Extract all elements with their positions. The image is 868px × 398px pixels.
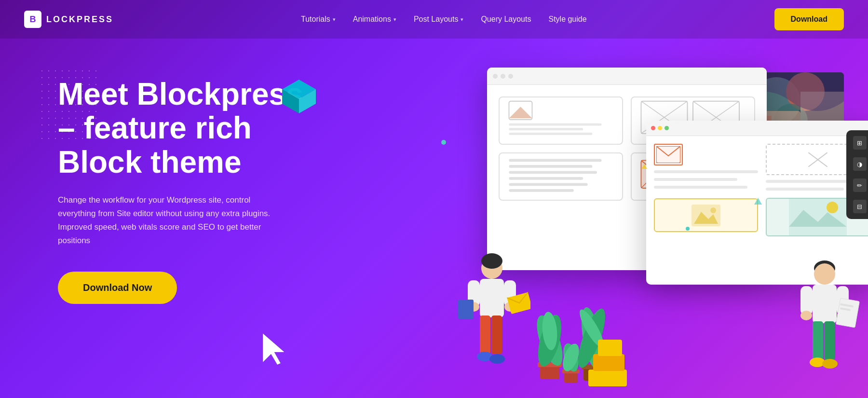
- svg-rect-28: [509, 189, 573, 192]
- panel-icon-3[interactable]: ✏: [853, 178, 867, 192]
- svg-rect-73: [593, 354, 624, 371]
- nav-item-post-layouts[interactable]: Post Layouts ▾: [414, 15, 464, 24]
- mock-card-1: [499, 96, 623, 145]
- panel-icon-1[interactable]: ⊞: [853, 136, 867, 150]
- svg-rect-78: [813, 321, 823, 360]
- nav-item-style-guide[interactable]: Style guide: [548, 15, 586, 24]
- browser-dot-yellow: [658, 126, 662, 130]
- svg-marker-3: [263, 333, 285, 365]
- chevron-down-icon: ▾: [461, 16, 463, 23]
- svg-rect-23: [509, 159, 601, 162]
- hero-title: Meet Blockpress – feature rich Block the…: [58, 77, 303, 179]
- panel-icon-2[interactable]: ◑: [853, 157, 867, 171]
- svg-rect-47: [480, 279, 504, 317]
- mock-card-3: [499, 152, 623, 201]
- browser-dot-3: [508, 74, 513, 79]
- hero-subtitle: Change the workflow for your Wordpress s…: [58, 193, 289, 247]
- svg-rect-26: [509, 177, 583, 180]
- svg-rect-57: [458, 300, 474, 319]
- floating-cube: [280, 77, 318, 116]
- browser-bar: [487, 68, 767, 85]
- browser-bar-2: [646, 121, 868, 136]
- svg-rect-48: [480, 316, 490, 354]
- browser-dot-1: [493, 74, 498, 79]
- svg-rect-16: [509, 133, 592, 135]
- text-line-1: [654, 170, 758, 173]
- accent-dot-teal: [441, 140, 446, 145]
- hero-illustration: ⊞ ◑ ✏ ⊟: [439, 43, 868, 391]
- image-placeholder: [654, 198, 758, 232]
- envelope-icon: [654, 144, 683, 165]
- chevron-down-icon: ▾: [393, 16, 396, 23]
- svg-rect-14: [509, 124, 601, 126]
- svg-marker-13: [509, 107, 532, 118]
- logo-icon: B: [24, 11, 41, 28]
- svg-rect-80: [800, 286, 813, 315]
- svg-rect-15: [509, 128, 583, 130]
- nav-item-query-layouts[interactable]: Query Layouts: [481, 15, 531, 24]
- svg-point-55: [489, 354, 505, 364]
- design-panel: ⊞ ◑ ✏ ⊟: [846, 130, 868, 219]
- logo[interactable]: B LOCKPRESS: [24, 11, 113, 28]
- hero-content: Meet Blockpress – feature rich Block the…: [58, 77, 303, 304]
- svg-rect-49: [491, 316, 502, 354]
- text-line-2: [654, 178, 737, 181]
- accent-triangle-1: [754, 198, 762, 205]
- nav-links: Tutorials ▾ Animations ▾ Post Layouts ▾ …: [301, 15, 587, 24]
- svg-rect-68: [564, 372, 578, 383]
- nav-item-tutorials[interactable]: Tutorials ▾: [301, 15, 336, 24]
- chevron-down-icon: ▾: [333, 16, 336, 23]
- cursor-icon: [260, 331, 289, 369]
- svg-rect-77: [813, 285, 837, 323]
- svg-rect-79: [824, 321, 835, 360]
- hero-section: Meet Blockpress – feature rich Block the…: [0, 39, 868, 398]
- text-line-3: [654, 186, 747, 189]
- person-right-illustration: [786, 249, 863, 391]
- svg-rect-72: [588, 370, 627, 386]
- svg-rect-25: [509, 171, 597, 174]
- download-button[interactable]: Download: [774, 8, 844, 30]
- svg-rect-27: [509, 183, 587, 186]
- svg-rect-24: [509, 165, 592, 168]
- svg-point-44: [827, 202, 838, 213]
- browser-dot-green: [665, 126, 669, 130]
- panel-icon-4[interactable]: ⊟: [853, 200, 867, 213]
- svg-point-85: [822, 359, 838, 369]
- download-now-button[interactable]: Download Now: [58, 272, 177, 304]
- svg-point-82: [800, 311, 812, 320]
- svg-point-76: [814, 263, 835, 285]
- svg-point-46: [481, 253, 502, 269]
- browser2-left: [654, 144, 758, 277]
- accent-dot-small: [686, 227, 690, 231]
- navbar: B LOCKPRESS Tutorials ▾ Animations ▾ Pos…: [0, 0, 868, 39]
- nav-item-animations[interactable]: Animations ▾: [353, 15, 396, 24]
- text-line-r2: [766, 188, 844, 191]
- browser-dot-red: [651, 126, 655, 130]
- svg-rect-74: [598, 340, 622, 356]
- person-left-illustration: [453, 244, 530, 391]
- browser-dot-2: [501, 74, 505, 79]
- accent-triangle-2: [641, 164, 647, 169]
- logo-text: LOCKPRESS: [46, 14, 113, 25]
- svg-point-39: [710, 207, 716, 213]
- stack-boxes-illustration: [583, 321, 641, 391]
